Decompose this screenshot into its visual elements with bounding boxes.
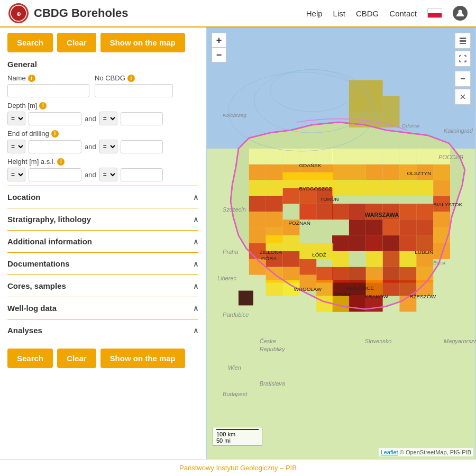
section-stratigraphy: Stratigraphy, lithology ∧ xyxy=(7,208,198,230)
svg-rect-44 xyxy=(332,267,349,283)
nocbdg-info-icon[interactable]: i xyxy=(127,75,135,82)
height-info-icon[interactable]: i xyxy=(57,158,65,166)
svg-text:Magyarország: Magyarország xyxy=(444,338,476,344)
map-svg: WARSZAWA BYDGOSZCZ TORUŃ GDAŃSK OLSZTYN … xyxy=(206,28,476,459)
end-drilling-row: =≠<> and =≠<> xyxy=(7,140,198,153)
section-header-cores[interactable]: Cores, samples ∧ xyxy=(7,275,198,297)
nav-list[interactable]: List xyxy=(333,9,345,18)
left-panel: Search Clear Show on the map General Nam… xyxy=(0,28,206,459)
svg-text:Pardubice: Pardubice xyxy=(223,312,249,318)
chevron-cores: ∧ xyxy=(193,282,198,290)
height-val2[interactable] xyxy=(121,168,163,181)
svg-rect-19 xyxy=(249,196,266,212)
nocbdg-field-group: No CBDG i xyxy=(95,74,173,97)
svg-rect-110 xyxy=(349,149,366,164)
svg-text:KATOWICE: KATOWICE xyxy=(346,285,374,291)
depth-and: and xyxy=(85,115,96,123)
map-close-button[interactable] xyxy=(455,89,471,105)
drilling-op2[interactable]: =≠<> xyxy=(99,140,117,153)
chevron-additional: ∧ xyxy=(193,237,198,246)
height-op2[interactable]: =≠<> xyxy=(99,168,117,181)
svg-rect-46 xyxy=(299,259,316,275)
depth-label: Depth [m] i xyxy=(7,102,198,109)
chevron-location: ∧ xyxy=(193,193,198,202)
height-label: Height [m] a.s.l. i xyxy=(7,158,198,166)
nav-help[interactable]: Help xyxy=(306,9,323,18)
depth-val1[interactable] xyxy=(29,112,81,125)
zoom-out-button[interactable]: − xyxy=(212,48,226,62)
clear-button-top[interactable]: Clear xyxy=(57,33,96,52)
name-input[interactable] xyxy=(7,84,89,97)
depth-info-icon[interactable]: i xyxy=(39,102,47,109)
svg-text:RZESZÓW: RZESZÓW xyxy=(409,294,436,299)
name-info-icon[interactable]: i xyxy=(28,75,35,82)
search-button-top[interactable]: Search xyxy=(7,33,53,52)
svg-text:OPOLE: OPOLE xyxy=(333,291,352,297)
nav-contact[interactable]: Contact xyxy=(389,9,417,18)
svg-rect-76 xyxy=(249,259,266,275)
show-map-button-bottom[interactable]: Show on the map xyxy=(100,349,185,368)
name-field-group: Name i xyxy=(7,74,89,97)
height-val1[interactable] xyxy=(29,168,81,181)
language-flag[interactable] xyxy=(427,8,442,18)
section-header-documentations[interactable]: Documentations ∧ xyxy=(7,253,198,274)
height-row: =≠<> and =≠<> xyxy=(7,168,198,181)
nocbdg-input[interactable] xyxy=(95,84,173,97)
svg-text:Brest: Brest xyxy=(433,260,446,266)
svg-rect-90 xyxy=(383,180,400,196)
svg-text:LUBLIN: LUBLIN xyxy=(415,249,433,255)
svg-rect-78 xyxy=(249,227,266,243)
svg-text:WROCŁAW: WROCŁAW xyxy=(294,286,322,292)
bottom-toolbar: Search Clear Show on the map xyxy=(7,349,198,368)
section-header-location[interactable]: Location ∧ xyxy=(7,186,198,208)
svg-rect-122 xyxy=(383,96,400,112)
map-layers-button[interactable] xyxy=(455,33,471,49)
section-label-cores: Cores, samples xyxy=(7,281,66,290)
end-drilling-info-icon[interactable]: i xyxy=(51,130,59,138)
app-title: CBDG Boreholes xyxy=(34,6,306,20)
depth-op2[interactable]: =≠<> xyxy=(99,112,117,125)
drilling-val2[interactable] xyxy=(121,140,163,153)
clear-button-bottom[interactable]: Clear xyxy=(57,349,96,368)
section-header-stratigraphy[interactable]: Stratigraphy, lithology ∧ xyxy=(7,208,198,230)
svg-rect-162 xyxy=(460,40,466,42)
user-icon[interactable] xyxy=(453,6,468,21)
map-fullscreen-button[interactable] xyxy=(455,51,471,67)
svg-rect-105 xyxy=(266,149,283,164)
zoom-in-button[interactable]: + xyxy=(212,33,226,48)
map-container: WARSZAWA BYDGOSZCZ TORUŃ GDAŃSK OLSZTYN … xyxy=(206,28,476,459)
map-minus-button[interactable] xyxy=(455,71,471,87)
chevron-documentations: ∧ xyxy=(193,260,198,268)
section-location: Location ∧ xyxy=(7,186,198,208)
svg-rect-35 xyxy=(383,219,400,235)
svg-rect-50 xyxy=(249,164,266,180)
svg-text:WARSZAWA: WARSZAWA xyxy=(365,212,399,218)
height-op1[interactable]: =≠<> xyxy=(7,168,25,181)
svg-rect-104 xyxy=(249,149,266,164)
section-header-analyses[interactable]: Analyses ∧ xyxy=(7,319,198,341)
svg-rect-30 xyxy=(399,204,416,219)
map-scale: 100 km 50 mi xyxy=(213,427,262,446)
svg-text:OLSZTYN: OLSZTYN xyxy=(407,170,431,176)
section-header-additional[interactable]: Additional information ∧ xyxy=(7,231,198,252)
svg-rect-9 xyxy=(349,235,366,251)
app-header: ⊕ CBDG Boreholes Help List CBDG Contact xyxy=(0,0,476,28)
leaflet-link[interactable]: Leaflet xyxy=(381,449,398,455)
drilling-op1[interactable]: =≠<> xyxy=(7,140,25,153)
svg-rect-43 xyxy=(349,267,366,283)
svg-rect-36 xyxy=(383,251,400,267)
nav-cbdg[interactable]: CBDG xyxy=(356,9,379,18)
search-button-bottom[interactable]: Search xyxy=(7,349,53,368)
section-analyses: Analyses ∧ xyxy=(7,319,198,341)
svg-rect-111 xyxy=(366,149,383,164)
depth-val2[interactable] xyxy=(121,112,163,125)
depth-op1[interactable]: =≠<> xyxy=(7,112,25,125)
svg-rect-57 xyxy=(366,164,383,180)
name-nocbdg-row: Name i No CBDG i xyxy=(7,74,198,97)
drilling-val1[interactable] xyxy=(29,140,81,153)
show-map-button-top[interactable]: Show on the map xyxy=(100,33,185,52)
section-header-welllog[interactable]: Well-log data ∧ xyxy=(7,297,198,319)
section-documentations: Documentations ∧ xyxy=(7,252,198,274)
scale-100km: 100 km xyxy=(216,431,235,437)
svg-text:KRAKÓW: KRAKÓW xyxy=(365,294,389,299)
